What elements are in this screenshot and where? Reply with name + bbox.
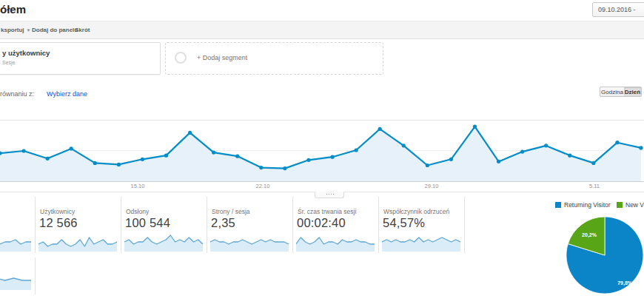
- metric-label: Odsłony: [126, 208, 149, 215]
- report-toolbar: ksportuj▼ Dodaj do panelu Skrót: [0, 21, 644, 39]
- granularity-hour-button[interactable]: Godzina: [600, 87, 625, 97]
- x-tick: 29.10: [425, 183, 439, 189]
- select-data-link[interactable]: Wybierz dane: [47, 90, 87, 98]
- metric-card-cropped[interactable]: [0, 197, 36, 253]
- metric-sparkline: [210, 232, 289, 256]
- active-segment-card[interactable]: y użytkownicy Sesje: [0, 42, 161, 75]
- shortcut-button[interactable]: Skrót: [75, 27, 90, 33]
- metric-label: Strony / sesja: [212, 208, 250, 215]
- add-segment-button[interactable]: + Dodaj segment: [165, 42, 383, 75]
- metric-value: 54,57%: [383, 216, 425, 230]
- metric-value: 100 544: [125, 216, 170, 230]
- metric-label: Śr. czas trwania sesji: [298, 208, 356, 215]
- metric-card-avg-session-duration[interactable]: Śr. czas trwania sesji 00:02:40: [293, 197, 379, 253]
- metric-card-pages-per-session[interactable]: Strony / sesja 2,35: [207, 197, 293, 253]
- metric-sparkline: [124, 232, 203, 256]
- x-tick: 5.11: [589, 183, 600, 189]
- segment-title: y użytkownicy: [2, 49, 50, 57]
- sessions-chart-svg: [0, 111, 644, 182]
- metric-card-pageviews[interactable]: Odsłony 100 544: [121, 197, 207, 253]
- chevron-down-icon: ▼: [27, 28, 31, 33]
- metric-label: Współczynnik odrzuceń: [383, 208, 449, 215]
- segment-circle-icon: [175, 52, 187, 64]
- metric-value: 12 566: [39, 216, 78, 230]
- metric-sparkline: [296, 232, 375, 256]
- x-tick: 22.10: [256, 183, 270, 189]
- metric-label: Użytkownicy: [40, 208, 75, 215]
- add-to-dashboard-button[interactable]: Dodaj do panelu: [32, 27, 78, 33]
- metric-card-cropped[interactable]: [0, 257, 36, 294]
- metric-value: 00:02:40: [297, 216, 346, 230]
- metric-value: 2,35: [211, 216, 235, 230]
- legend-swatch-new: [617, 202, 623, 208]
- metric-card-bounce-rate[interactable]: Współczynnik odrzuceń 54,57%: [379, 197, 465, 253]
- visitor-type-pie-chart: 79,8%20,2%: [564, 215, 644, 297]
- export-button[interactable]: ksportuj▼: [1, 27, 31, 33]
- granularity-day-button[interactable]: Dzień: [624, 87, 642, 97]
- compare-label: równaniu z:: [0, 90, 34, 98]
- legend-swatch-returning: [555, 202, 561, 208]
- date-range-selector[interactable]: 09.10.2016 -: [592, 2, 644, 17]
- metric-card-users[interactable]: Użytkownicy 12 566: [36, 197, 121, 253]
- legend-returning-visitor: Returning Visitor: [555, 201, 611, 209]
- segment-subtitle: Sesje: [2, 60, 16, 65]
- page-title: ółem: [0, 3, 26, 16]
- x-tick: 15.10: [131, 183, 145, 189]
- pie-slice-label: 20,2%: [582, 232, 597, 237]
- legend-new-visitor: New Visitor: [617, 201, 644, 209]
- pie-slice-label: 79,8%: [617, 280, 632, 285]
- metric-sparkline: [382, 232, 460, 256]
- metric-sparkline: [38, 232, 117, 256]
- metric-sparkline: [0, 271, 31, 294]
- sessions-timeline-chart: [0, 111, 644, 182]
- grip-dots-icon: [326, 193, 334, 196]
- metric-sparkline: [0, 232, 31, 256]
- add-segment-label: + Dodaj segment: [197, 54, 247, 61]
